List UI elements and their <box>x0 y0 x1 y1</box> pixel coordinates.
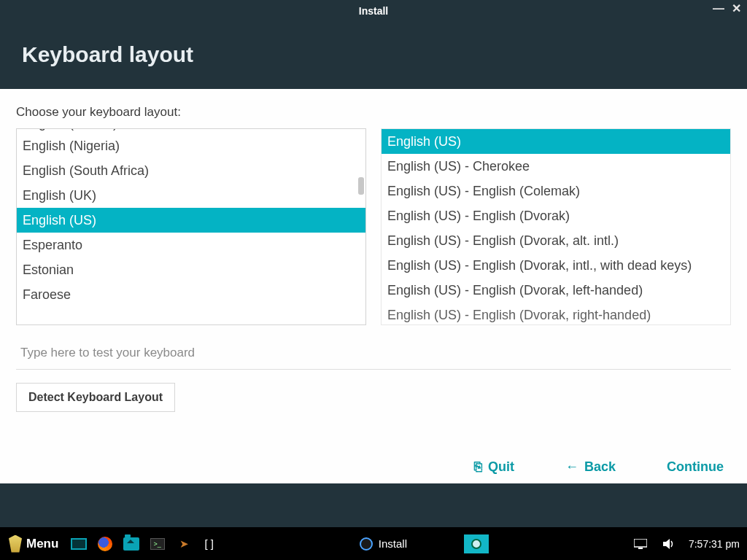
nav-buttons: ⎘ Quit ← Back Continue <box>474 459 724 475</box>
list-item[interactable]: English (US) - English (Dvorak, right-ha… <box>382 303 730 325</box>
layout-columns: English (Ghana) English (Nigeria) Englis… <box>16 128 731 325</box>
back-button[interactable]: ← Back <box>565 459 616 475</box>
content-area: Choose your keyboard layout: English (Gh… <box>0 89 747 488</box>
list-item[interactable]: Faroese <box>17 282 365 307</box>
taskbar-right: 7:57:31 pm <box>623 534 747 554</box>
pointer-icon: ➤ <box>179 537 189 551</box>
list-item[interactable]: English (US) - English (Dvorak, alt. int… <box>382 228 730 253</box>
installer-window: Install — ✕ Keyboard layout Choose your … <box>0 0 747 527</box>
list-item[interactable]: English (Nigeria) <box>17 133 365 158</box>
taskbar: Menu >_ ➤ [ ] Install <box>0 527 747 560</box>
exit-icon: ⎘ <box>474 459 482 475</box>
list-item[interactable]: English (UK) <box>17 183 365 208</box>
svg-rect-0 <box>634 539 647 547</box>
continue-label: Continue <box>667 459 724 475</box>
list-item[interactable]: English (US) - English (Dvorak, intl., w… <box>382 253 730 278</box>
list-item[interactable]: English (US) - English (Dvorak, left-han… <box>382 278 730 303</box>
scrollbar[interactable] <box>357 129 365 324</box>
titlebar[interactable]: Install — ✕ <box>0 0 747 22</box>
terminal-launcher[interactable]: >_ <box>147 534 168 554</box>
quit-label: Quit <box>488 459 514 475</box>
list-item[interactable]: English (Ghana) <box>17 128 365 133</box>
firefox-launcher[interactable] <box>95 534 115 554</box>
page-title: Keyboard layout <box>22 42 725 67</box>
taskbar-active-tile[interactable] <box>464 534 489 553</box>
taskbar-center: Install <box>218 534 623 553</box>
list-item[interactable]: English (US) - Cherokee <box>382 154 730 179</box>
list-item[interactable]: Estonian <box>17 257 365 282</box>
installer-icon <box>360 537 373 551</box>
list-item[interactable]: English (US) - English (Colemak) <box>382 179 730 203</box>
close-button[interactable]: ✕ <box>732 3 741 15</box>
folder-home-icon <box>123 537 139 551</box>
window-controls: — ✕ <box>713 3 741 15</box>
footer-gap <box>0 483 747 527</box>
prompt-text: Choose your keyboard layout: <box>16 105 731 120</box>
svg-rect-1 <box>638 548 643 549</box>
terminal-icon: >_ <box>150 538 165 550</box>
page-header: Keyboard layout <box>0 22 747 83</box>
detect-layout-button[interactable]: Detect Keyboard Layout <box>16 383 175 412</box>
show-desktop-button[interactable] <box>69 534 89 554</box>
tray-display-icon[interactable] <box>630 534 651 554</box>
taskbar-clock[interactable]: 7:57:31 pm <box>689 538 740 550</box>
workspace-label: [ ] <box>204 537 214 550</box>
taskbar-left: Menu >_ ➤ [ ] <box>0 532 218 556</box>
workspace-switcher[interactable]: [ ] <box>200 534 218 553</box>
menu-button[interactable]: Menu <box>4 532 63 556</box>
scrollbar-thumb[interactable] <box>358 177 364 195</box>
continue-button[interactable]: Continue <box>667 459 724 475</box>
list-item-selected[interactable]: English (US) <box>17 208 365 233</box>
mint-logo-icon <box>9 535 22 553</box>
back-label: Back <box>584 459 616 475</box>
quit-button[interactable]: ⎘ Quit <box>474 459 514 475</box>
list-item[interactable]: Esperanto <box>17 233 365 257</box>
list-item[interactable]: English (South Africa) <box>17 158 365 183</box>
taskbar-task-install[interactable]: Install <box>352 534 414 553</box>
list-item[interactable]: English (US) - English (Dvorak) <box>382 203 730 228</box>
firefox-icon <box>98 537 112 551</box>
tray-volume-icon[interactable] <box>659 534 680 554</box>
desktop-icon <box>71 538 87 550</box>
layout-variant-list[interactable]: English (US) English (US) - Cherokee Eng… <box>381 128 731 325</box>
svg-marker-2 <box>663 539 670 549</box>
pointer-indicator: ➤ <box>174 534 194 554</box>
volume-icon <box>663 538 676 550</box>
display-icon <box>634 539 647 549</box>
window-title: Install <box>359 5 388 17</box>
minimize-button[interactable]: — <box>713 3 724 15</box>
menu-label: Menu <box>26 537 58 551</box>
disc-icon <box>471 539 481 549</box>
task-title: Install <box>379 537 407 550</box>
layout-language-list[interactable]: English (Ghana) English (Nigeria) Englis… <box>16 128 366 325</box>
arrow-left-icon: ← <box>565 459 578 475</box>
keyboard-test-input[interactable] <box>16 335 731 370</box>
list-item-selected[interactable]: English (US) <box>382 129 730 154</box>
files-launcher[interactable] <box>121 534 142 554</box>
